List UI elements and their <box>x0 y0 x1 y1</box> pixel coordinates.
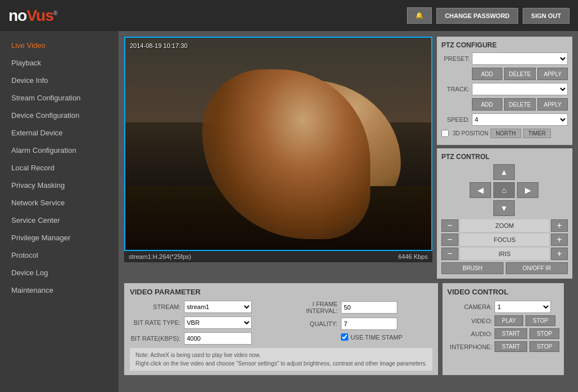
stream-info: stream1:H.264(*25fps) <box>129 253 191 260</box>
track-buttons: ADD DELETE APPLY <box>441 98 568 111</box>
logo: noVus® <box>8 7 57 25</box>
video-row: VIDEO: PLAY STOP <box>447 315 559 326</box>
iris-minus-button[interactable]: − <box>441 248 458 260</box>
sidebar-item-external-device[interactable]: External Device <box>0 124 119 142</box>
zoom-plus-button[interactable]: + <box>551 219 568 232</box>
timestamp-checkbox[interactable] <box>341 333 348 341</box>
speed-select[interactable]: 4 <box>472 113 568 126</box>
note-line1: Note: ActiveX is being used to play live… <box>135 351 427 359</box>
header-right: 🔔 CHANGE PASSWORD SIGN OUT <box>407 7 570 24</box>
track-delete-button[interactable]: DELETE <box>504 98 536 111</box>
position-3d-label: 3D POSITION <box>453 130 488 136</box>
focus-row: − FOCUS + <box>441 234 568 246</box>
bottom-row: VIDEO PARAMETER STREAM: stream1 stream2 <box>124 283 572 375</box>
speed-row: SPEED: 4 <box>441 113 568 126</box>
preset-delete-button[interactable]: DELETE <box>504 68 536 80</box>
pad-home-button[interactable]: ⌂ <box>493 182 515 198</box>
video-label: VIDEO: <box>447 318 492 324</box>
iris-plus-button[interactable]: + <box>551 248 568 260</box>
stream-row: STREAM: stream1 stream2 <box>130 301 275 313</box>
sidebar-item-network-service[interactable]: Network Service <box>0 194 119 212</box>
sidebar-item-maintenance[interactable]: Maintenance <box>0 281 119 299</box>
sidebar-item-live-video[interactable]: Live Video <box>0 37 119 54</box>
interphone-stop-button[interactable]: STOP <box>529 341 559 352</box>
sign-out-button[interactable]: SIGN OUT <box>523 8 570 24</box>
bitrate-display: 6446 Kbps <box>398 253 428 260</box>
preset-apply-button[interactable]: APPLY <box>537 68 568 80</box>
bell-button[interactable]: 🔔 <box>407 7 432 24</box>
pad-down-button[interactable]: ▼ <box>493 200 515 216</box>
sidebar-item-local-record[interactable]: Local Record <box>0 159 119 177</box>
sidebar-item-device-log[interactable]: Device Log <box>0 264 119 281</box>
ptz-configure-panel: PTZ CONFIGURE PRESET: ADD DELETE APPLY T… <box>437 37 572 145</box>
bitrate-type-label: BIT RATE TYPE: <box>130 319 181 326</box>
iframe-row: I FRAME INTERVAL: <box>287 301 432 314</box>
camera-row: CAMERA: 1 <box>447 301 559 313</box>
pad-right-button[interactable]: ▶ <box>517 182 538 198</box>
iris-label: IRIS <box>460 248 549 260</box>
interphone-start-button[interactable]: START <box>494 341 527 352</box>
change-password-button[interactable]: CHANGE PASSWORD <box>436 8 518 24</box>
position-3d-checkbox[interactable] <box>441 130 449 137</box>
quality-input[interactable] <box>341 318 397 330</box>
sidebar-item-stream-config[interactable]: Stream Configuration <box>0 89 119 107</box>
pad-empty-tl <box>470 164 492 181</box>
brush-button[interactable]: BRUSH <box>441 262 503 274</box>
timestamp-checkbox-label[interactable]: USE TIME STAMP <box>341 333 402 341</box>
sidebar-item-service-center[interactable]: Service Center <box>0 212 119 229</box>
sidebar-item-playback[interactable]: Playback <box>0 54 119 72</box>
sidebar-item-protocol[interactable]: Protocol <box>0 246 119 264</box>
video-control-panel: VIDEO CONTROL CAMERA: 1 VIDEO: PLAY STOP… <box>443 283 564 375</box>
sidebar-item-device-info[interactable]: Device Info <box>0 72 119 89</box>
zoom-row: − ZOOM + <box>441 219 568 232</box>
iris-row: − IRIS + <box>441 248 568 260</box>
sidebar-item-alarm-config[interactable]: Alarm Configuration <box>0 142 119 159</box>
bitrate-select-wrap: VBR CBR <box>184 316 252 329</box>
timestamp-label: USE TIME STAMP <box>351 334 402 341</box>
preset-row: PRESET: <box>441 52 568 65</box>
bitrate-label: BIT RATE(KBPS): <box>130 335 181 342</box>
ptz-configure-title: PTZ CONFIGURE <box>441 41 568 49</box>
track-select[interactable] <box>472 83 568 95</box>
zoom-minus-button[interactable]: − <box>441 219 458 232</box>
sidebar-item-privacy-masking[interactable]: Privacy Masking <box>0 177 119 194</box>
quality-row: QUALITY: <box>287 318 432 330</box>
focus-label: FOCUS <box>460 234 549 246</box>
main: Live Video Playback Device Info Stream C… <box>0 31 578 392</box>
audio-start-button[interactable]: START <box>494 328 527 339</box>
preset-add-button[interactable]: ADD <box>472 68 502 80</box>
audio-stop-button[interactable]: STOP <box>529 328 559 339</box>
iframe-input[interactable] <box>341 301 397 314</box>
focus-plus-button[interactable]: + <box>551 234 568 246</box>
video-container[interactable]: 2014-08-19 10:17:30 <box>124 37 432 251</box>
pad-up-button[interactable]: ▲ <box>493 164 515 180</box>
track-apply-button[interactable]: APPLY <box>537 98 568 111</box>
sidebar-item-device-config[interactable]: Device Configuration <box>0 107 119 124</box>
bitrate-type-select[interactable]: VBR CBR <box>184 316 252 329</box>
track-add-button[interactable]: ADD <box>472 98 502 111</box>
stream-label: STREAM: <box>130 303 181 310</box>
camera-label: CAMERA: <box>447 303 492 310</box>
track-row: TRACK: <box>441 83 568 95</box>
play-button[interactable]: PLAY <box>494 315 523 326</box>
focus-minus-button[interactable]: − <box>441 234 458 246</box>
preset-select[interactable] <box>472 52 568 65</box>
ptz-section: PTZ CONFIGURE PRESET: ADD DELETE APPLY T… <box>437 37 572 279</box>
position-row: 3D POSITION NORTH TIMER <box>441 129 568 138</box>
stream-select[interactable]: stream1 stream2 <box>184 301 252 313</box>
video-parameter-panel: VIDEO PARAMETER STREAM: stream1 stream2 <box>124 283 438 375</box>
north-button[interactable]: NORTH <box>491 129 520 138</box>
zoom-label: ZOOM <box>460 219 549 232</box>
bitrate-type-row: BIT RATE TYPE: VBR CBR <box>130 316 275 329</box>
interphone-row: INTERPHONE: START STOP <box>447 341 559 352</box>
pad-empty-tr <box>517 164 540 181</box>
timer-button[interactable]: TIMER <box>523 129 551 138</box>
camera-select[interactable]: 1 <box>494 301 551 313</box>
sidebar-item-privilege-manager[interactable]: Privilege Manager <box>0 229 119 246</box>
top-row: 2014-08-19 10:17:30 stream1:H.264(*25fps… <box>124 37 572 279</box>
speed-label: SPEED: <box>441 116 470 123</box>
pad-left-button[interactable]: ◀ <box>470 182 491 198</box>
onoff-ir-button[interactable]: ON/OFF IR <box>506 262 568 274</box>
bitrate-input[interactable] <box>184 332 252 345</box>
stop-video-button[interactable]: STOP <box>526 315 555 326</box>
